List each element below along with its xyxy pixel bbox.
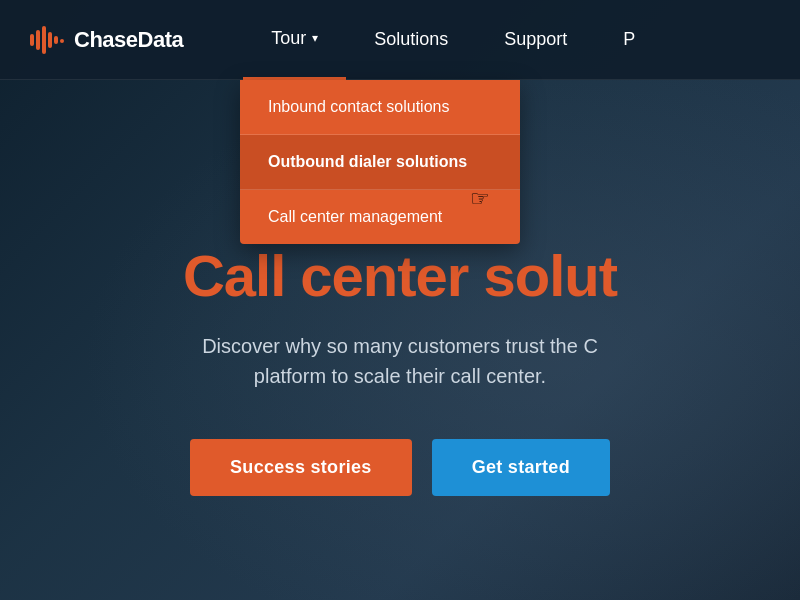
hero-buttons: Success stories Get started — [190, 439, 610, 496]
dropdown-item-management[interactable]: Call center management — [240, 190, 520, 244]
navbar: ChaseData Tour ▾ Solutions Support P — [0, 0, 800, 80]
svg-rect-3 — [48, 32, 52, 48]
nav-items: Tour ▾ Solutions Support P — [243, 0, 770, 80]
tour-dropdown: Inbound contact solutions Outbound diale… — [240, 80, 520, 244]
dropdown-item-outbound[interactable]: Outbound dialer solutions — [240, 135, 520, 190]
svg-rect-1 — [36, 30, 40, 50]
dropdown-item-inbound[interactable]: Inbound contact solutions — [240, 80, 520, 135]
get-started-button[interactable]: Get started — [432, 439, 610, 496]
svg-rect-2 — [42, 26, 46, 54]
nav-item-p[interactable]: P — [595, 0, 663, 80]
logo-text: ChaseData — [74, 27, 183, 53]
hero-subtitle: Discover why so many customers trust the… — [202, 331, 598, 391]
nav-item-tour[interactable]: Tour ▾ — [243, 0, 346, 80]
chevron-down-icon: ▾ — [312, 31, 318, 45]
hero-title: Call center solut — [40, 244, 760, 308]
nav-item-support[interactable]: Support — [476, 0, 595, 80]
svg-rect-4 — [54, 36, 58, 44]
svg-rect-5 — [60, 39, 64, 43]
success-stories-button[interactable]: Success stories — [190, 439, 412, 496]
nav-item-solutions[interactable]: Solutions — [346, 0, 476, 80]
svg-rect-0 — [30, 34, 34, 46]
logo[interactable]: ChaseData — [30, 26, 183, 54]
logo-icon — [30, 26, 66, 54]
